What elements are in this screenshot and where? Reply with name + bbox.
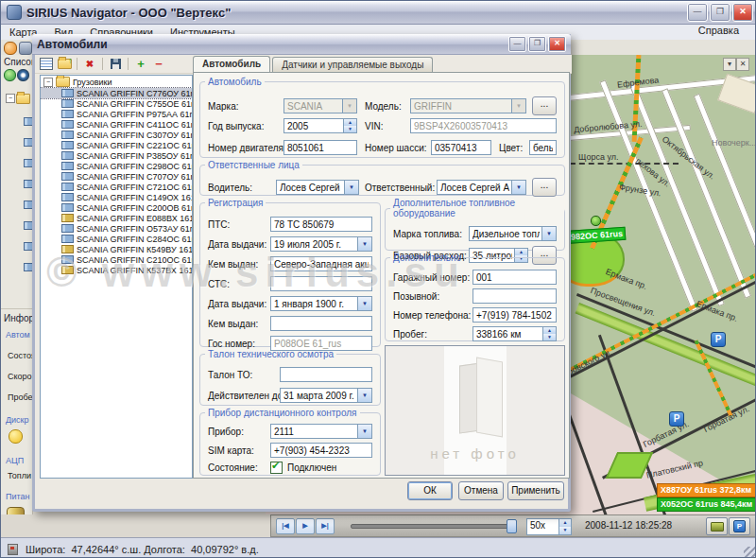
application-window: SIRIUS Navigator - ООО "Вертекс" — ❐ ✕ К… — [0, 0, 756, 558]
eye-icon[interactable] — [17, 69, 29, 81]
title-bar: SIRIUS Navigator - ООО "Вертекс" — ❐ ✕ — [1, 1, 756, 25]
fuel-type-select[interactable]: Дизельное топливо — [469, 226, 557, 241]
tree-item[interactable]: SCANIA GRIFFIN С200ОВ 61rus — [41, 202, 192, 213]
engine-field[interactable]: 8051061 — [284, 140, 357, 155]
cancel-button[interactable]: Отмена — [458, 481, 504, 500]
vin-field[interactable]: 9BSP4X26003570413 — [410, 118, 557, 133]
timeline-slider-thumb[interactable] — [507, 519, 517, 533]
tree-item[interactable]: SCANIA GRIFFIN Е088ВХ 161rus — [41, 213, 192, 223]
tree-item[interactable]: SCANIA GRIFFIN С307ОУ 61rus — [41, 130, 192, 140]
tree-item[interactable]: SCANIA GRIFFIN С776ОУ 61rus — [41, 88, 192, 98]
tree-item[interactable]: SCANIA GRIFFIN С411ОС 61rus — [41, 119, 192, 130]
chevron-down-icon[interactable] — [511, 99, 525, 113]
smiley-icon — [9, 429, 23, 444]
skip-back-button[interactable]: |◀ — [276, 518, 295, 534]
menu-help[interactable]: Справка — [690, 25, 747, 36]
map-collapse-icon[interactable]: ▾ — [723, 58, 736, 71]
parking-icon[interactable]: P — [711, 332, 726, 347]
engine-label: Номер двигателя: — [208, 143, 284, 153]
tree-item[interactable]: SCANIA GRIFFIN С721ОС 61rus — [41, 182, 192, 192]
driver-select[interactable]: Лосев Сергей Анатоль — [276, 180, 359, 195]
resize-grip[interactable] — [744, 547, 755, 558]
remove-icon[interactable]: − — [151, 58, 166, 71]
play-button[interactable]: ▶ — [296, 518, 315, 534]
phone-field[interactable]: +7(919) 784-1502 — [472, 307, 557, 323]
tree-item[interactable]: SCANIA GRIFFIN С755ОЕ 61rus — [41, 98, 192, 109]
pts-field[interactable]: 78 ТС 850679 — [270, 217, 372, 232]
color-field[interactable]: белый — [529, 140, 557, 155]
tree-item[interactable]: SCANIA GRIFFIN С707ОУ 61rus — [41, 171, 192, 182]
chevron-down-icon[interactable] — [344, 181, 358, 194]
sidebar-tree-collapse-icon[interactable]: − — [6, 94, 15, 103]
minimize-button[interactable]: — — [687, 3, 708, 22]
restore-button[interactable]: ❐ — [710, 3, 730, 22]
dialog-maximize-button[interactable]: ❐ — [528, 36, 546, 52]
year-spinner[interactable]: 2005▲▼ — [284, 118, 357, 133]
tree-item[interactable]: SCANIA GRIFFIN С284ОС 61rus — [41, 234, 192, 244]
sirius-icon[interactable] — [4, 42, 17, 55]
chevron-down-icon[interactable] — [357, 425, 371, 438]
tree-item[interactable]: SCANIA GRIFFIN Р975АА 61rus — [41, 109, 192, 119]
sim-field[interactable]: +7(903) 454-2323 — [270, 443, 372, 458]
window-title: SIRIUS Navigator - ООО "Вертекс" — [26, 6, 231, 20]
mileage-spinner[interactable]: 338166 км▲▼ — [472, 326, 557, 341]
speed-spinner[interactable]: ▲▼ — [558, 519, 571, 534]
add-group-icon[interactable] — [57, 58, 72, 71]
issued-by2-field[interactable] — [270, 316, 372, 331]
delete-icon[interactable]: ✖ — [82, 58, 97, 71]
parking-icon[interactable]: P — [669, 411, 684, 427]
tree-item[interactable]: SCANIA GRIFFIN Р385ОУ 61rus — [41, 150, 192, 161]
tree-item[interactable]: SCANIA GRIFFIN С298ОС 61rus — [41, 161, 192, 171]
collapse-icon[interactable]: − — [43, 78, 53, 87]
vehicle-marker[interactable] — [591, 216, 601, 226]
tree-item[interactable]: SCANIA GRIFFIN С221ОС 61rus — [41, 140, 192, 150]
chevron-down-icon[interactable] — [511, 181, 525, 194]
browse-vehicle-button[interactable]: ... — [532, 96, 557, 115]
state-label: Состояние: — [208, 462, 270, 473]
dialog-minimize-button[interactable]: — — [508, 36, 526, 52]
parking-toggle-button[interactable]: P — [729, 517, 750, 535]
chevron-down-icon[interactable] — [541, 227, 556, 240]
globe-icon[interactable] — [4, 69, 16, 81]
device-select[interactable]: 2111 — [270, 424, 372, 439]
spinner-icon[interactable]: ▲▼ — [542, 327, 556, 340]
save-icon[interactable] — [108, 58, 123, 71]
tree-root[interactable]: − Грузовики — [41, 76, 192, 88]
route-report-button[interactable] — [706, 517, 728, 535]
chevron-down-icon[interactable] — [357, 297, 371, 310]
dialog-close-button[interactable]: ✕ — [548, 36, 566, 52]
sidebar-item-speed: Скоро — [8, 372, 32, 381]
valid-until-select[interactable]: 31 марта 2009 г. — [280, 388, 372, 403]
chassis-field[interactable]: 03570413 — [431, 140, 491, 155]
close-button[interactable]: ✕ — [732, 3, 753, 22]
chevron-down-icon[interactable] — [357, 389, 371, 402]
chevron-down-icon[interactable] — [342, 99, 356, 113]
tree-item[interactable]: SCANIA GRIFFIN С149ОХ 161rus — [41, 192, 192, 202]
issue-date2-select[interactable]: 1 января 1900 г. — [270, 296, 372, 311]
apply-button[interactable]: Применить — [507, 481, 564, 500]
timeline-slider-track[interactable] — [351, 524, 515, 529]
street-label: Новочерк... — [712, 138, 756, 148]
tree-item[interactable]: SCANIA GRIFFIN О573АУ 61rus — [41, 223, 192, 234]
tool-icon[interactable] — [19, 42, 32, 55]
ok-button[interactable]: ОК — [407, 481, 453, 500]
group-inspection: Талон технического осмотра Талон ТО: Дей… — [199, 349, 381, 406]
model-select[interactable]: GRIFFIN — [410, 98, 526, 113]
tree-item-label: SCANIA GRIFFIN С721ОС 61rus — [77, 183, 193, 192]
map-close-icon[interactable]: ✕ — [736, 58, 749, 71]
skip-forward-button[interactable]: ▶| — [316, 518, 335, 534]
add-icon[interactable]: + — [133, 58, 148, 71]
edit-list-icon[interactable] — [39, 58, 54, 71]
responsible-select[interactable]: Лосев Сергей Анатоль — [437, 180, 526, 195]
tab-vehicle[interactable]: Автомобиль — [193, 56, 270, 73]
speed-spinbox[interactable]: 50x ▲▼ — [526, 518, 572, 535]
latitude-label: Широта: — [26, 544, 65, 555]
speed-value[interactable]: 50x — [527, 519, 558, 534]
tab-sensors[interactable]: Датчики и управляемые выходы — [272, 57, 433, 72]
spinner-icon[interactable]: ▲▼ — [343, 119, 356, 132]
truck-icon — [61, 120, 74, 129]
brand-select[interactable]: SCANIA — [284, 98, 357, 113]
browse-persons-button[interactable]: ... — [532, 178, 557, 197]
connected-checkbox[interactable] — [270, 462, 283, 474]
ticket-field[interactable] — [280, 367, 372, 382]
